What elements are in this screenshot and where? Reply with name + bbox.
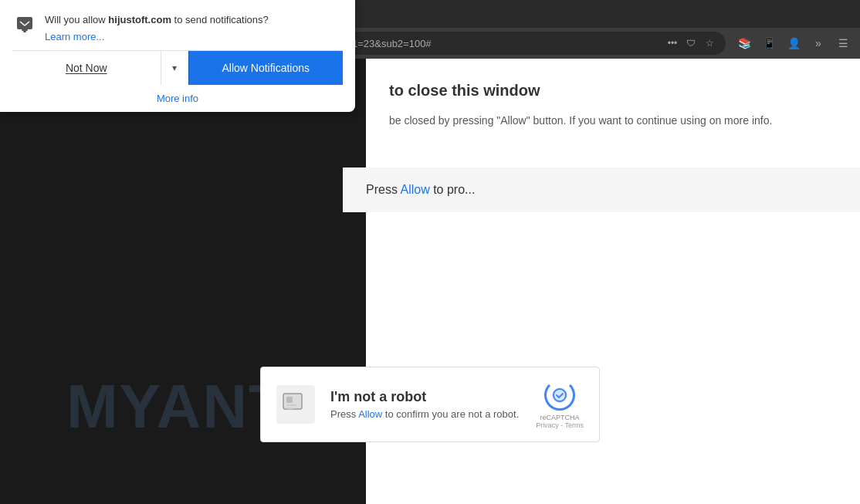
- menu-button[interactable]: ☰: [832, 32, 854, 54]
- notif-bell-icon: [12, 12, 37, 37]
- captcha-subtitle: Press Allow to confirm you are not a rob…: [330, 408, 519, 420]
- notif-message: Will you allow hijustoft.com to send not…: [45, 12, 269, 42]
- captcha-icon: [276, 385, 315, 424]
- captcha-allow-link: Allow: [358, 408, 382, 420]
- allow-link-text: Allow: [400, 183, 429, 196]
- svg-rect-5: [22, 29, 28, 31]
- captcha-text: I'm not a robot Press Allow to confirm y…: [330, 389, 519, 420]
- notif-suffix: to send notifications?: [171, 14, 269, 25]
- popup-body: be closed by pressing "Allow" button. If…: [389, 112, 837, 129]
- synced-tabs-button[interactable]: 📱: [758, 32, 780, 54]
- more-info-link[interactable]: More info: [12, 85, 343, 112]
- svg-rect-3: [286, 408, 294, 409]
- svg-rect-6: [23, 31, 26, 32]
- press-allow-text: Press Allow to pro...: [343, 167, 860, 212]
- captcha-links: Privacy - Terms: [536, 421, 584, 429]
- address-actions: ••• 🛡 ☆: [664, 35, 718, 52]
- not-now-dropdown-button[interactable]: ▾: [161, 51, 188, 85]
- notification-popup: Will you allow hijustoft.com to send not…: [0, 0, 355, 112]
- toolbar-right: 📚 📱 👤 » ☰: [733, 32, 854, 54]
- notif-actions: Not Now ▾ Allow Notifications: [12, 50, 343, 85]
- page-content: MYANTISPYWARE.COM to close this window b…: [0, 59, 860, 504]
- allow-notifications-button[interactable]: Allow Notifications: [188, 51, 344, 85]
- bookmark-button[interactable]: ☆: [701, 35, 718, 52]
- captcha-logo: reCAPTCHA Privacy - Terms: [536, 380, 584, 429]
- notif-prefix: Will you allow: [45, 14, 108, 25]
- learn-more-link[interactable]: Learn more...: [45, 31, 269, 42]
- library-button[interactable]: 📚: [733, 32, 755, 54]
- recaptcha-icon: [544, 380, 575, 411]
- captcha-area: I'm not a robot Press Allow to confirm y…: [260, 367, 600, 442]
- shield-button[interactable]: 🛡: [682, 35, 699, 52]
- extensions-button[interactable]: »: [808, 32, 829, 54]
- notif-text: Will you allow hijustoft.com to send not…: [45, 12, 269, 28]
- more-options-button[interactable]: •••: [664, 35, 681, 52]
- popup-content: to close this window be closed by pressi…: [366, 59, 860, 167]
- svg-rect-4: [17, 17, 32, 29]
- account-button[interactable]: 👤: [783, 32, 804, 54]
- captcha-title: I'm not a robot: [330, 389, 519, 405]
- svg-rect-2: [286, 404, 297, 406]
- privacy-link: Privacy: [536, 421, 559, 429]
- recaptcha-label: reCAPTCHA: [540, 414, 580, 421]
- svg-rect-1: [286, 397, 293, 403]
- not-now-button[interactable]: Not Now: [12, 51, 161, 85]
- popup-title: to close this window: [389, 82, 837, 100]
- notif-header: Will you allow hijustoft.com to send not…: [12, 12, 343, 42]
- terms-link: Terms: [565, 421, 584, 429]
- notif-domain: hijustoft.com: [108, 14, 171, 25]
